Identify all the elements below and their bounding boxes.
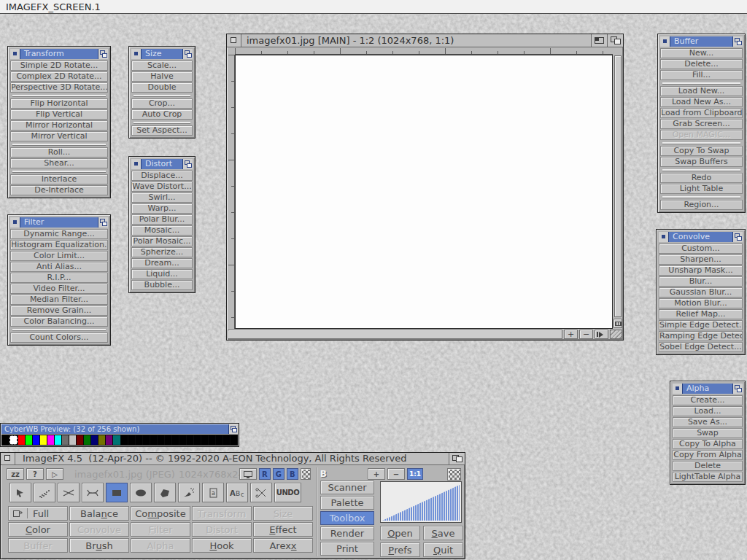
color-swatch-16[interactable] [121,435,128,445]
anti-alias-button[interactable]: Anti Alias... [10,262,108,272]
complex-2d-rotate-button[interactable]: Complex 2D Rotate... [10,71,108,82]
color-swatch-13[interactable] [98,435,105,445]
convolve-depth-gadget[interactable] [732,232,743,242]
color-button[interactable]: Color [8,522,68,537]
grab-screen-button[interactable]: Grab Screen... [660,119,743,129]
alpha-depth-gadget[interactable] [732,384,743,394]
displace-button[interactable]: Displace... [131,171,193,181]
vertical-scrollbar[interactable] [614,55,622,317]
color-swatch-0[interactable] [2,435,9,445]
blue-channel-button[interactable]: B [287,468,298,480]
new-button[interactable]: New... [660,48,743,58]
color-swatch-24[interactable] [179,435,186,445]
polar-mosaic-button[interactable]: Polar Mosaic... [131,236,193,246]
size-depth-gadget[interactable] [182,49,193,59]
effect-button[interactable]: Effect [253,522,313,537]
clipboard-tool[interactable]: a [202,483,224,502]
horizontal-scrollbar[interactable] [228,330,562,339]
transform-close-gadget[interactable] [10,49,20,59]
color-swatch-31[interactable] [231,435,237,445]
color-swatch-1[interactable] [9,435,18,445]
pointer-tool[interactable] [9,483,31,502]
color-swatch-19[interactable] [143,435,150,445]
roll-button[interactable]: Roll... [10,147,108,158]
pan-button[interactable] [595,330,608,339]
light-table-button[interactable]: Light Table [660,184,743,194]
mosaic-button[interactable]: Mosaic... [131,225,193,236]
crop-button[interactable]: Crop... [131,98,193,109]
sobel-edge-detect-button[interactable]: Sobel Edge Detect... [659,342,743,352]
redo-button[interactable]: Redo [660,173,743,183]
sharpen-button[interactable]: Sharpen... [659,254,743,265]
color-swatch-3[interactable] [26,435,32,445]
color-swatch-20[interactable] [150,435,157,445]
color-swatch-9[interactable] [69,435,76,445]
run-button[interactable]: ▷ [46,468,63,480]
undo-button[interactable]: UNDO [274,483,301,502]
distort-depth-gadget[interactable] [182,159,193,169]
open-button[interactable]: Open [380,526,420,540]
color-swatch-6[interactable] [47,435,54,445]
perspective-3d-rotate-button[interactable]: Perspective 3D Rotate... [10,82,108,93]
copy-from-alpha-button[interactable]: Copy From Alpha [673,450,743,460]
save-as-button[interactable]: Save As... [673,417,743,427]
polygon-tool[interactable] [154,483,176,502]
delete-button[interactable]: Delete... [660,59,743,69]
load-new-button[interactable]: Load New... [660,86,743,96]
alpha-close-gadget[interactable] [673,384,683,394]
interlace-button[interactable]: Interlace [10,174,108,184]
color-swatch-5[interactable] [40,435,47,445]
window-close-gadget[interactable] [227,34,241,47]
color-swatch-30[interactable] [223,435,230,445]
histogram-equalization-button[interactable]: Histogram Equalization... [10,240,108,250]
color-swatch-29[interactable] [216,435,222,445]
color-swatch-4[interactable] [33,435,39,445]
filter-depth-gadget[interactable] [98,217,108,228]
lighttable-alpha-button[interactable]: LightTable Alpha [673,472,743,482]
flip-vertical-button[interactable]: Flip Vertical [10,109,108,120]
red-channel-button[interactable]: R [259,468,271,480]
color-swatch-11[interactable] [84,435,90,445]
spherize-button[interactable]: Spherize... [131,247,193,257]
color-swatch-10[interactable] [77,435,83,445]
composite-button[interactable]: Composite [131,506,190,521]
toolbar-zoom-out-button[interactable]: − [387,468,405,480]
hook-button[interactable]: Hook [192,538,252,553]
zoom-out-button[interactable]: − [579,330,593,339]
color-swatch-28[interactable] [209,435,215,445]
color-swatch-21[interactable] [158,435,164,445]
resize-gadget[interactable] [610,330,622,339]
unsharp-mask-button[interactable]: Unsharp Mask... [659,265,743,276]
simple-2d-rotate-button[interactable]: Simple 2D Rotate... [10,61,108,71]
balance-button[interactable]: Balance [69,506,129,521]
save-button[interactable]: Save [423,526,463,540]
color-swatch-8[interactable] [62,435,69,445]
dream-button[interactable]: Dream... [131,258,193,268]
palette-button[interactable]: Palette [320,496,374,510]
color-swatch-17[interactable] [128,435,135,445]
zoom-in-button[interactable]: + [564,330,578,339]
delete-button[interactable]: Delete [673,461,743,471]
palette-strip-titlebar[interactable]: CyberWB Preview: (32 of 256 shown) [1,424,238,434]
convolve-close-gadget[interactable] [659,232,669,242]
size-close-gadget[interactable] [131,49,142,59]
toolbox-button[interactable]: Toolbox [320,511,374,525]
color-swatch-7[interactable] [55,435,61,445]
screen-mode-button[interactable] [239,468,257,480]
prefs-button[interactable]: Prefs [380,542,420,557]
buffer-depth-gadget[interactable] [732,36,743,47]
load-new-as-button[interactable]: Load New As... [660,97,743,107]
color-balancing-button[interactable]: Color Balancing... [10,316,108,327]
full-button[interactable]: Full [8,506,68,521]
copy-to-alpha-button[interactable]: Copy To Alpha [673,439,743,449]
oval-tool[interactable] [130,483,152,502]
curve-tool[interactable] [82,483,104,502]
color-swatch-26[interactable] [194,435,201,445]
scale-button[interactable]: Scale... [131,61,193,71]
toolbar-close-gadget[interactable] [1,453,15,464]
load-from-clipboard-button[interactable]: Load from Clipboard [660,108,743,118]
simple-edge-detect-button[interactable]: Simple Edge Detect... [659,320,743,330]
sleep-button[interactable]: zz [7,468,24,480]
auto-crop-button[interactable]: Auto Crop [131,109,193,120]
mirror-vertical-button[interactable]: Mirror Vertical [10,131,108,141]
